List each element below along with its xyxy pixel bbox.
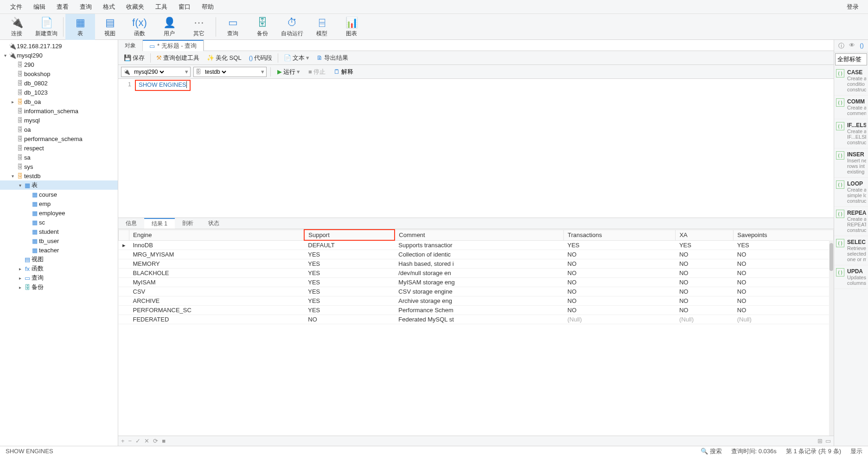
cell[interactable]: MEMORY xyxy=(129,259,305,269)
cell[interactable]: NO xyxy=(564,269,676,278)
cell[interactable]: InnoDB xyxy=(129,240,305,250)
cell[interactable]: YES xyxy=(564,240,676,250)
row-marker[interactable] xyxy=(119,259,129,269)
table-row[interactable]: PERFORMANCE_SCYESPerformance SchemNONONO xyxy=(119,306,834,315)
result-grid[interactable]: EngineSupportCommentTransactionsXASavepo… xyxy=(118,229,834,436)
result-tab-result1[interactable]: 结果 1 xyxy=(144,218,175,229)
tree-toggle-icon[interactable]: ▸ xyxy=(17,266,23,271)
editor-code[interactable]: SHOW ENGINES xyxy=(135,79,834,218)
column-header-comment[interactable]: Comment xyxy=(395,230,563,240)
snippet-repea[interactable]: ()REPEACreate aREPEATconstruc xyxy=(834,207,868,236)
tab-object[interactable]: 对象 xyxy=(118,40,143,51)
tree-item-函数[interactable]: ▸fx函数 xyxy=(0,264,118,273)
menu-query[interactable]: 查询 xyxy=(74,3,97,11)
cell[interactable]: NO xyxy=(734,269,834,278)
form-view-icon[interactable]: ▭ xyxy=(825,437,831,444)
tree-item-290[interactable]: 🗄290 xyxy=(0,60,118,69)
cell[interactable]: NO xyxy=(564,259,676,269)
cell[interactable]: NO xyxy=(676,250,734,259)
row-marker[interactable] xyxy=(119,269,129,278)
tree-item-student[interactable]: ▦student xyxy=(0,227,118,236)
tree-toggle-icon[interactable]: ▾ xyxy=(17,183,23,188)
cell[interactable]: BLACKHOLE xyxy=(129,269,305,278)
cell[interactable]: FEDERATED xyxy=(129,315,305,324)
toolbar-新建查询[interactable]: 📄新建查询 xyxy=(32,14,61,40)
tree-item-视图[interactable]: ▤视图 xyxy=(0,255,118,264)
tree-item-oa[interactable]: 🗄oa xyxy=(0,125,118,134)
code-icon[interactable]: () xyxy=(860,42,864,50)
cell[interactable]: (Null) xyxy=(676,315,734,324)
cell[interactable]: MyISAM storage eng xyxy=(395,278,563,287)
cell[interactable]: YES xyxy=(304,259,395,269)
toolbar-用户[interactable]: 👤用户 xyxy=(154,14,184,40)
stop-load-button[interactable]: ■ xyxy=(162,437,166,444)
menu-view[interactable]: 查看 xyxy=(51,3,74,11)
toolbar-模型[interactable]: ⌸模型 xyxy=(307,14,337,40)
apply-button[interactable]: ✓ xyxy=(135,437,140,444)
column-header-engine[interactable]: Engine xyxy=(129,230,305,240)
tree-item-emp[interactable]: ▦emp xyxy=(0,199,118,208)
text-button[interactable]: 📄文本▾ xyxy=(281,52,312,64)
cell[interactable]: YES xyxy=(734,240,834,250)
database-select[interactable]: testdb xyxy=(203,68,228,76)
cell[interactable]: MyISAM xyxy=(129,278,305,287)
tags-filter[interactable]: 全部标签 xyxy=(835,53,867,65)
cell[interactable]: PERFORMANCE_SC xyxy=(129,306,305,315)
snippet-case[interactable]: ()CASECreate aconditioconstruc xyxy=(834,66,868,96)
snippet-if...els[interactable]: ()IF...ELSCreate aIF...ELSEconstruc xyxy=(834,119,868,148)
cell[interactable]: NO xyxy=(734,287,834,296)
tree-item-db_1023[interactable]: 🗄db_1023 xyxy=(0,88,118,97)
grid-view-icon[interactable]: ⊞ xyxy=(817,437,823,444)
cell[interactable]: Performance Schem xyxy=(395,306,563,315)
cell[interactable]: NO xyxy=(734,306,834,315)
cell[interactable]: NO xyxy=(564,250,676,259)
toolbar-图表[interactable]: 📊图表 xyxy=(337,14,366,40)
menu-help[interactable]: 帮助 xyxy=(196,3,219,11)
cell[interactable]: Hash based, stored i xyxy=(395,259,563,269)
snippet-upda[interactable]: ()UPDAUpdatescolumns xyxy=(834,265,868,289)
toolbar-连接[interactable]: 🔌连接 xyxy=(2,14,32,40)
tree-item-tb_user[interactable]: ▦tb_user xyxy=(0,236,118,245)
table-row[interactable]: FEDERATEDNOFederated MySQL st(Null)(Null… xyxy=(119,315,834,324)
cell[interactable]: CSV xyxy=(129,287,305,296)
tree-item-192.168.217.129[interactable]: 🔌192.168.217.129 xyxy=(0,41,118,51)
toolbar-视图[interactable]: ▤视图 xyxy=(95,14,125,40)
cell[interactable]: /dev/null storage en xyxy=(395,269,563,278)
tree-item-teacher[interactable]: ▦teacher xyxy=(0,245,118,255)
column-header-savepoints[interactable]: Savepoints xyxy=(734,230,834,240)
toolbar-查询[interactable]: ▭查询 xyxy=(218,14,248,40)
menu-tools[interactable]: 工具 xyxy=(150,3,173,11)
status-show[interactable]: 显示 xyxy=(850,447,862,456)
table-row[interactable]: MEMORYYESHash based, stored iNONONO xyxy=(119,259,834,269)
cell[interactable]: NO xyxy=(564,306,676,315)
table-row[interactable]: ▸InnoDBDEFAULTSupports transactiorYESYES… xyxy=(119,240,834,250)
tree-item-employee[interactable]: ▦employee xyxy=(0,208,118,218)
row-marker[interactable] xyxy=(119,306,129,315)
tree-item-db_0802[interactable]: 🗄db_0802 xyxy=(0,78,118,88)
toolbar-备份[interactable]: 🗄备份 xyxy=(248,14,277,40)
row-marker[interactable] xyxy=(119,250,129,259)
toolbar-函数[interactable]: f(x)函数 xyxy=(125,14,154,40)
cancel-button[interactable]: ✕ xyxy=(144,437,149,444)
tree-item-performance_schema[interactable]: 🗄performance_schema xyxy=(0,134,118,143)
refresh-button[interactable]: ⟳ xyxy=(153,437,158,444)
cell[interactable]: NO xyxy=(564,287,676,296)
tree-toggle-icon[interactable]: ▾ xyxy=(2,53,8,58)
cell[interactable]: Supports transactior xyxy=(395,240,563,250)
cell[interactable]: (Null) xyxy=(734,315,834,324)
tree-toggle-icon[interactable]: ▸ xyxy=(17,276,23,281)
table-row[interactable]: MyISAMYESMyISAM storage engNONONO xyxy=(119,278,834,287)
cell[interactable]: CSV storage engine xyxy=(395,287,563,296)
toolbar-自动运行[interactable]: ⏱自动运行 xyxy=(277,14,307,40)
tree-item-information_schema[interactable]: 🗄information_schema xyxy=(0,106,118,116)
table-row[interactable]: MRG_MYISAMYESCollection of identicNONONO xyxy=(119,250,834,259)
info-icon[interactable]: ⓘ xyxy=(838,42,844,50)
cell[interactable]: ARCHIVE xyxy=(129,296,305,306)
scrollbar-thumb[interactable] xyxy=(830,243,833,271)
column-header-xa[interactable]: XA xyxy=(676,230,734,240)
cell[interactable]: NO xyxy=(734,250,834,259)
delete-row-button[interactable]: − xyxy=(128,437,132,444)
cell[interactable]: YES xyxy=(676,240,734,250)
cell[interactable]: YES xyxy=(304,269,395,278)
cell[interactable]: NO xyxy=(564,278,676,287)
